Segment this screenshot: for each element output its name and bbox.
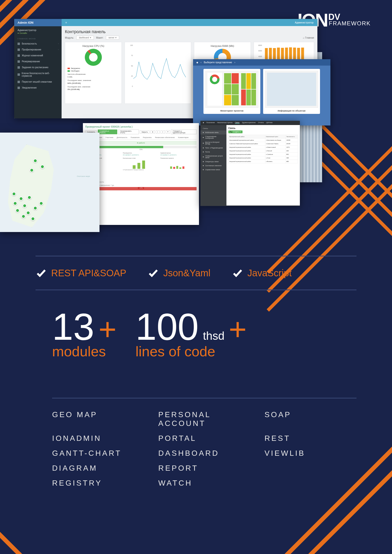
map-marker-icon[interactable]	[19, 196, 23, 201]
portal-card-info[interactable]: Информация по объектам	[263, 69, 320, 114]
table-row[interactable]: Амурский муниципальный районп.Санболи802	[229, 153, 298, 156]
module-item: GANTT-CHART	[52, 449, 144, 458]
admin-brand: Admin ION	[14, 19, 62, 26]
stat-modules-number: 13	[52, 308, 94, 346]
table-row[interactable]: Амурский муниципальный районс.Ачан498	[229, 156, 298, 160]
module-item: PORTAL	[158, 434, 250, 443]
table-row[interactable]: Амурский муниципальный районп.Лесной263	[229, 149, 298, 153]
admin-breadcrumb: Модуль: dashboard ▾ Макет: server ▾ ⌂ Гл…	[65, 36, 314, 40]
stat-modules: 13+ modules	[52, 308, 117, 360]
module-item: REPORT	[158, 464, 250, 472]
table-row[interactable]: Амурский муниципальный районп.Известковы…	[229, 145, 298, 149]
module-item: VIEWLIB	[265, 449, 357, 458]
nav-reports[interactable]: Отчеты	[258, 122, 264, 124]
map-marker-icon[interactable]	[13, 201, 17, 206]
module-item: PERSONAL ACCOUNT	[158, 410, 250, 428]
admin-approve-button[interactable]: Утвердить у администратора	[171, 130, 196, 134]
nav-health[interactable]: Здравоохранение	[242, 122, 256, 124]
sidebar-item-system[interactable]: ■ Системные значения	[200, 164, 226, 168]
map-marker-icon[interactable]	[15, 208, 20, 213]
sidebar-item-operators[interactable]: ■ Операторы связи	[200, 159, 226, 164]
map-marker-icon[interactable]	[39, 201, 43, 206]
sidebar-item-ws-keys[interactable]: Ключи безопасности веб-сервисов	[14, 70, 62, 79]
sidebar-item-schedule[interactable]: Задания по расписанию	[14, 64, 62, 70]
logo-dv: DV	[328, 13, 340, 21]
portal-card-caption: Информация по объектам	[265, 110, 318, 112]
svg-rect-25	[176, 166, 178, 169]
sidebar-item-backup[interactable]: Резервирование	[14, 58, 62, 64]
map-marker-icon[interactable]	[22, 204, 27, 208]
layout-select[interactable]: server ▾	[106, 36, 119, 40]
tab-indicators[interactable]: Показатели	[130, 136, 140, 139]
svg-rect-22	[142, 160, 145, 169]
sidebar-item-recalc[interactable]: Пересчет кешей семантики	[14, 79, 62, 85]
map-marker-icon[interactable]	[21, 214, 26, 219]
module-item: GEO MAP	[52, 410, 144, 428]
table-row[interactable]: Амурский муниципальный районс.Вознесь685	[229, 160, 298, 163]
tab-comments[interactable]: Комментарии	[178, 136, 189, 139]
sidebar-item-profiling[interactable]: Профилирование‹	[14, 47, 62, 53]
map-marker-icon[interactable]	[26, 211, 30, 215]
sidebar-item-security[interactable]: Безопасность‹	[14, 41, 62, 47]
table-row[interactable]: Николаевский муниципальный районг.Никола…	[229, 138, 298, 142]
portal-card-monitoring[interactable]: Мониторинг проектов	[203, 69, 260, 114]
sidebar-item-internet[interactable]: ■ Доступ в Интернет (ШПД)	[200, 140, 226, 146]
list-icon[interactable]: ≡	[161, 131, 165, 133]
map-marker-icon[interactable]	[30, 168, 34, 172]
sidebar-item-mobile[interactable]: ■ Мобильная связь	[200, 131, 226, 134]
italic-icon[interactable]: I	[156, 131, 160, 133]
svg-rect-20	[133, 165, 135, 169]
dark-topnav: ◆ Поселения Населенные пункты Связь Здра…	[200, 121, 300, 125]
admin-page-title: Контрольная панель	[65, 29, 314, 34]
create-button[interactable]: 📞 Создать ▾	[228, 131, 243, 133]
screenshot-connectivity: ◆ Поселения Населенные пункты Связь Здра…	[200, 121, 300, 206]
map-marker-icon[interactable]	[40, 165, 44, 169]
menu-icon[interactable]: ▾	[166, 130, 170, 133]
tab-finance[interactable]: Финансовое обеспечение	[154, 136, 175, 139]
sidebar-item-refs[interactable]: ■ Справочники связи	[200, 168, 226, 172]
bold-icon[interactable]: B	[150, 131, 155, 133]
admin-sidebar: Admin ION Администратор Онлайн ГЛАВНОЕ М…	[14, 19, 62, 118]
tab-participants[interactable]: Участники	[105, 136, 114, 139]
project-progress-label: 70%	[85, 149, 196, 150]
map-marker-icon[interactable]	[27, 195, 32, 200]
project-deadline-bar: -17%	[85, 187, 196, 190]
shield-icon: ◆	[196, 61, 198, 64]
module-select[interactable]: dashboard ▾	[76, 36, 94, 40]
admin-topbar-user[interactable]: Администратор	[295, 21, 314, 24]
map-marker-icon[interactable]	[33, 206, 37, 210]
sidebar-item-notifications[interactable]: Уведомления	[14, 85, 62, 91]
connectivity-table: Муниципальный район Населенный пункт Чис…	[228, 135, 298, 163]
map-marker-icon[interactable]	[33, 159, 37, 163]
stat-loc-number: 100	[135, 308, 199, 346]
admin-user-name: Администратор	[18, 29, 58, 31]
save-close-button[interactable]: Сохранить и закрыть	[98, 130, 117, 134]
sidebar-item-universal[interactable]: ■ Универсальные услуги связи	[200, 154, 226, 159]
table-row[interactable]: Советско-Гаванский муниципальный районг.…	[229, 142, 298, 145]
map-marker-icon[interactable]	[31, 217, 35, 221]
cpu-legend: Загружено Свободно	[68, 67, 119, 72]
sidebar-item-tv[interactable]: ■ Теле- и Радиовещание	[200, 146, 226, 150]
module-item: DASHBOARD	[158, 449, 250, 458]
svg-rect-21	[137, 163, 140, 169]
nav-places[interactable]: Населенные пункты	[217, 122, 233, 124]
admin-topbar: ≡ Администратор	[62, 19, 317, 26]
map-marker-icon[interactable]	[12, 192, 16, 196]
screenshot-portal: ◆ ‹ Выберите представление › Мониторинг …	[193, 59, 330, 125]
module-item: REGISTRY	[52, 479, 144, 487]
tab-activity[interactable]: Деятельность	[116, 136, 128, 139]
nav-comm[interactable]: Связь	[235, 122, 239, 124]
tab-results[interactable]: Результаты	[142, 136, 152, 139]
portal-card-caption: Мониторинг проектов	[205, 110, 259, 112]
report-button[interactable]: Сформировать отчеты	[118, 130, 139, 134]
sidebar-item-changelog[interactable]: Журнал изменений	[14, 53, 62, 58]
sidebar-item-phone[interactable]: ■ Стационарная телефония	[200, 134, 226, 140]
sidebar-item-post[interactable]: ■ Почта	[200, 150, 226, 154]
nav-cmu[interactable]: ЦМУиев	[266, 122, 273, 124]
home-link[interactable]: ⌂ Главная	[303, 36, 314, 39]
hamburger-icon[interactable]: ≡	[65, 21, 67, 24]
close-button[interactable]: Закрыть	[140, 131, 149, 133]
key-icon	[18, 73, 20, 76]
nav-settlements[interactable]: Поселения	[206, 122, 215, 124]
project-title: Проверочный проект 030419 ( proverka )	[85, 125, 196, 128]
